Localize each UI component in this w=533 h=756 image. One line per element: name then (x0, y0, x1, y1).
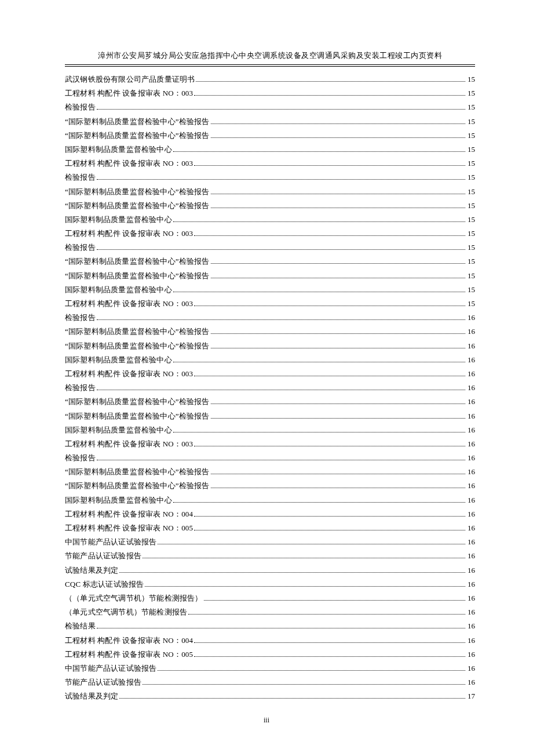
toc-row: 检验报告16 (65, 454, 475, 461)
toc-entry-page: 16 (468, 356, 475, 364)
toc-leader (211, 329, 465, 335)
toc-entry-label: 工程材料 构配件 设备报审表 NO：005 (65, 650, 193, 658)
toc-entry-page: 16 (468, 328, 475, 335)
toc-row: 工程材料 构配件 设备报审表 NO：00315 (65, 89, 475, 97)
toc-row: “国际塑料制品质量监督检验中心”检验报告15 (65, 188, 475, 195)
toc-leader (194, 525, 465, 530)
toc-entry-label: “国际塑料制品质量监督检验中心”检验报告 (65, 272, 210, 279)
toc-entry-page: 16 (468, 412, 475, 420)
toc-entry-page: 16 (468, 622, 475, 630)
toc-entry-page: 16 (468, 314, 475, 321)
page-number: iii (264, 716, 269, 724)
toc-row: （单元式空气调节机）节能检测报告16 (65, 608, 475, 616)
toc-row: 中国节能产品认证试验报告16 (65, 538, 475, 546)
toc-leader (188, 609, 465, 615)
toc-row: 工程材料 构配件 设备报审表 NO：00315 (65, 159, 475, 167)
toc-row: 工程材料 构配件 设备报审表 NO：00316 (65, 370, 475, 377)
toc-leader (194, 511, 465, 517)
toc-entry-label: “国际塑料制品质量监督检验中心”检验报告 (65, 118, 210, 125)
toc-leader (211, 469, 465, 474)
toc-leader (211, 484, 465, 489)
toc-leader (173, 497, 465, 503)
toc-entry-label: 工程材料 构配件 设备报审表 NO：003 (65, 159, 193, 167)
toc-entry-label: “国际塑料制品质量监督检验中心”检验报告 (65, 482, 210, 489)
toc-entry-page: 16 (468, 594, 475, 602)
toc-entry-page: 15 (468, 103, 475, 111)
toc-entry-label: 工程材料 构配件 设备报审表 NO：004 (65, 637, 193, 644)
toc-entry-label: 检验报告 (65, 314, 96, 321)
toc-leader (173, 217, 465, 222)
toc-entry-label: 中国节能产品认证试验报告 (65, 538, 156, 546)
table-of-contents: 武汉钢铁股份有限公司产品质量证明书15工程材料 构配件 设备报审表 NO：003… (65, 75, 475, 700)
toc-entry-label: 国际塑料制品质量监督检验中心 (65, 496, 172, 504)
toc-row: CQC 标志认证试验报告16 (65, 580, 475, 588)
toc-leader (97, 175, 465, 180)
page-container: 漳州市公安局芗城分局公安应急指挥中心中央空调系统设备及空调通风采购及安装工程竣工… (0, 0, 533, 700)
toc-leader (194, 652, 465, 657)
toc-leader (145, 581, 465, 587)
toc-leader (194, 441, 465, 446)
toc-entry-label: 国际塑料制品质量监督检验中心 (65, 146, 172, 153)
toc-row: “国际塑料制品质量监督检验中心”检验报告16 (65, 468, 475, 475)
toc-leader (211, 119, 465, 124)
toc-row: 检验报告16 (65, 314, 475, 321)
toc-entry-page: 16 (468, 552, 475, 559)
toc-entry-page: 15 (468, 286, 475, 293)
toc-entry-page: 15 (468, 89, 475, 97)
toc-entry-page: 17 (468, 692, 475, 700)
toc-entry-page: 16 (468, 538, 475, 546)
toc-entry-page: 16 (468, 664, 475, 672)
toc-entry-label: 武汉钢铁股份有限公司产品质量证明书 (65, 75, 195, 83)
toc-row: 中国节能产品认证试验报告16 (65, 664, 475, 672)
toc-entry-label: “国际塑料制品质量监督检验中心”检验报告 (65, 202, 210, 209)
toc-row: “国际塑料制品质量监督检验中心”检验报告15 (65, 202, 475, 209)
toc-row: 工程材料 构配件 设备报审表 NO：00516 (65, 650, 475, 658)
toc-row: 国际塑料制品质量监督检验中心15 (65, 286, 475, 293)
toc-leader (196, 77, 465, 82)
toc-entry-label: “国际塑料制品质量监督检验中心”检验报告 (65, 188, 210, 195)
page-footer: iii (0, 716, 533, 725)
toc-entry-label: 节能产品认证试验报告 (65, 552, 141, 559)
toc-entry-label: 试验结果及判定 (65, 692, 118, 700)
toc-entry-page: 15 (468, 257, 475, 265)
toc-entry-label: 国际塑料制品质量监督检验中心 (65, 216, 172, 223)
toc-entry-label: 检验报告 (65, 384, 96, 391)
toc-leader (211, 133, 465, 138)
toc-entry-page: 15 (468, 159, 475, 167)
toc-entry-label: 工程材料 构配件 设备报审表 NO：003 (65, 440, 193, 448)
toc-entry-page: 16 (468, 510, 475, 518)
toc-leader (97, 245, 465, 250)
toc-row: 工程材料 构配件 设备报审表 NO：00315 (65, 230, 475, 237)
toc-entry-label: “国际塑料制品质量监督检验中心”检验报告 (65, 257, 210, 265)
toc-row: 试验结果及判定16 (65, 566, 475, 574)
header-title: 漳州市公安局芗城分局公安应急指挥中心中央空调系统设备及空调通风采购及安装工程竣工… (98, 52, 442, 60)
toc-leader (97, 455, 465, 460)
toc-leader (143, 679, 465, 685)
toc-entry-label: “国际塑料制品质量监督检验中心”检验报告 (65, 342, 210, 350)
toc-leader (173, 427, 465, 432)
toc-entry-label: 工程材料 构配件 设备报审表 NO：003 (65, 89, 193, 97)
toc-entry-label: （单元式空气调节机）节能检测报告 (65, 608, 187, 616)
toc-entry-page: 16 (468, 370, 475, 377)
toc-entry-label: 工程材料 构配件 设备报审表 NO：005 (65, 524, 193, 532)
toc-entry-label: 工程材料 构配件 设备报审表 NO：004 (65, 510, 193, 518)
toc-entry-page: 16 (468, 524, 475, 532)
toc-entry-page: 16 (468, 580, 475, 588)
toc-leader (211, 203, 465, 208)
toc-entry-page: 15 (468, 272, 475, 279)
toc-entry-page: 16 (468, 496, 475, 504)
toc-row: “国际塑料制品质量监督检验中心”检验报告16 (65, 342, 475, 350)
toc-entry-page: 16 (468, 608, 475, 616)
toc-row: “国际塑料制品质量监督检验中心”检验报告15 (65, 272, 475, 279)
toc-entry-page: 15 (468, 202, 475, 209)
toc-leader (194, 231, 465, 236)
toc-entry-page: 15 (468, 230, 475, 237)
toc-leader (211, 343, 465, 348)
page-header: 漳州市公安局芗城分局公安应急指挥中心中央空调系统设备及空调通风采购及安装工程竣工… (65, 51, 475, 64)
toc-entry-label: 检验报告 (65, 103, 96, 111)
toc-entry-label: （（单元式空气调节机）节能检测报告） (65, 594, 203, 602)
toc-leader (97, 315, 465, 320)
toc-entry-page: 15 (468, 216, 475, 223)
toc-entry-page: 16 (468, 440, 475, 448)
toc-row: “国际塑料制品质量监督检验中心”检验报告16 (65, 482, 475, 489)
